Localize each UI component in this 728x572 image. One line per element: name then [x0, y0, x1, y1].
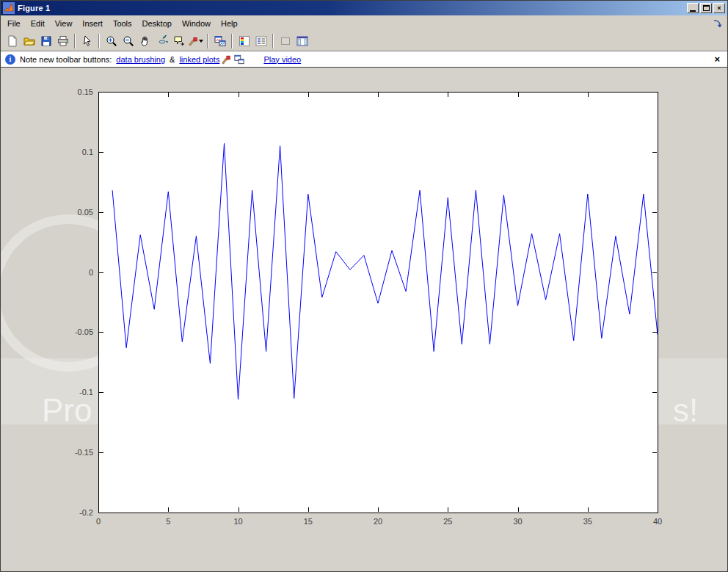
save-figure-icon [40, 35, 52, 47]
x-tick-label: 30 [513, 517, 522, 526]
open-file-button[interactable] [21, 33, 37, 49]
menu-view[interactable]: View [50, 17, 78, 30]
menu-insert[interactable]: Insert [77, 17, 108, 30]
menu-tools[interactable]: Tools [108, 17, 137, 30]
figure-canvas: Pro s! 05101520253035400.150.10.050-0.05… [1, 68, 727, 571]
figure-window: Figure 1 × File Edit View Insert Tools D… [0, 0, 728, 572]
edit-plot-icon [81, 35, 93, 47]
edit-plot-button[interactable] [79, 33, 95, 49]
brush-dropdown-caret[interactable] [199, 40, 203, 43]
x-tick-label: 40 [653, 517, 662, 526]
matlab-figure-icon [3, 2, 15, 14]
hide-plot-tools-button[interactable] [277, 33, 294, 49]
x-tick-label: 15 [304, 517, 313, 526]
data-cursor-icon [173, 35, 185, 47]
link-plots-button[interactable] [211, 33, 228, 49]
brush-small-icon [221, 54, 231, 65]
menu-help[interactable]: Help [216, 17, 243, 30]
y-tick-label: -0.15 [75, 448, 93, 457]
x-tick-label: 10 [233, 517, 242, 526]
minimize-icon [690, 10, 696, 12]
conjunction-text: & [170, 55, 175, 64]
toolbar-separator [207, 34, 208, 48]
notification-bar: i Note new toolbar buttons: data brushin… [1, 51, 727, 68]
insert-colorbar-icon [239, 35, 250, 47]
window-title: Figure 1 [18, 4, 685, 12]
y-tick-label: 0.1 [82, 148, 93, 156]
menu-window[interactable]: Window [177, 17, 216, 30]
zoom-out-button[interactable] [120, 33, 136, 49]
y-tick-label: 0 [89, 268, 93, 277]
dock-figure-button[interactable] [711, 18, 724, 29]
x-tick-label: 20 [374, 517, 382, 526]
toolbar-separator [231, 34, 233, 48]
insert-legend-icon [255, 35, 267, 47]
rotate-3d-button[interactable] [153, 33, 170, 49]
notification-text: Note new toolbar buttons: [20, 55, 112, 64]
toolbar-separator [74, 34, 76, 48]
print-figure-icon [57, 35, 69, 47]
brush-data-button[interactable] [187, 33, 204, 49]
brush-data-icon [188, 35, 198, 47]
toolbar [1, 31, 727, 51]
show-plot-tools-dock-button[interactable] [294, 33, 310, 49]
rotate-3d-icon [156, 35, 168, 47]
menu-file[interactable]: File [2, 17, 26, 30]
info-icon: i [5, 54, 15, 65]
link-plots-small-icon [234, 54, 244, 65]
y-tick-label: -0.2 [79, 508, 93, 517]
zoom-in-icon [106, 35, 117, 47]
menu-edit[interactable]: Edit [26, 17, 50, 30]
toolbar-separator [98, 34, 100, 48]
link-plots-icon [214, 35, 226, 47]
y-tick-label: -0.05 [75, 327, 93, 336]
zoom-out-icon [123, 35, 134, 47]
new-figure-button[interactable] [4, 33, 21, 49]
insert-colorbar-button[interactable] [236, 33, 252, 49]
x-tick-label: 5 [166, 517, 170, 526]
close-button[interactable]: × [713, 3, 725, 13]
linked-plots-link[interactable]: linked plots [179, 55, 219, 64]
plot-axes[interactable]: 05101520253035400.150.10.050-0.05-0.1-0.… [1, 68, 727, 571]
show-plot-tools-dock-icon [296, 35, 308, 47]
menu-desktop[interactable]: Desktop [137, 17, 177, 30]
y-tick-label: 0.05 [78, 208, 93, 217]
play-video-link[interactable]: Play video [263, 55, 301, 64]
zoom-in-button[interactable] [103, 33, 120, 49]
close-icon: × [717, 5, 721, 12]
maximize-button[interactable] [700, 3, 712, 13]
y-tick-label: -0.1 [79, 388, 93, 397]
data-cursor-button[interactable] [170, 33, 187, 49]
menu-bar: File Edit View Insert Tools Desktop Wind… [1, 15, 727, 31]
title-bar[interactable]: Figure 1 × [1, 1, 727, 15]
toolbar-separator [272, 34, 274, 48]
x-tick-label: 0 [96, 517, 101, 526]
open-file-icon [23, 35, 35, 47]
x-tick-label: 35 [583, 517, 592, 526]
hide-plot-tools-icon [280, 35, 291, 47]
data-brushing-link[interactable]: data brushing [116, 55, 165, 64]
save-figure-button[interactable] [37, 33, 54, 49]
minimize-button[interactable] [687, 3, 699, 13]
pan-icon [139, 35, 151, 47]
new-figure-icon [7, 35, 18, 47]
x-tick-label: 25 [443, 517, 452, 526]
notification-close-icon[interactable]: × [711, 54, 723, 65]
print-figure-button[interactable] [54, 33, 71, 49]
pan-button[interactable] [136, 33, 153, 49]
dock-arrow-icon [713, 18, 723, 29]
y-tick-label: 0.15 [78, 87, 93, 96]
insert-legend-button[interactable] [252, 33, 269, 49]
maximize-icon [703, 5, 710, 11]
